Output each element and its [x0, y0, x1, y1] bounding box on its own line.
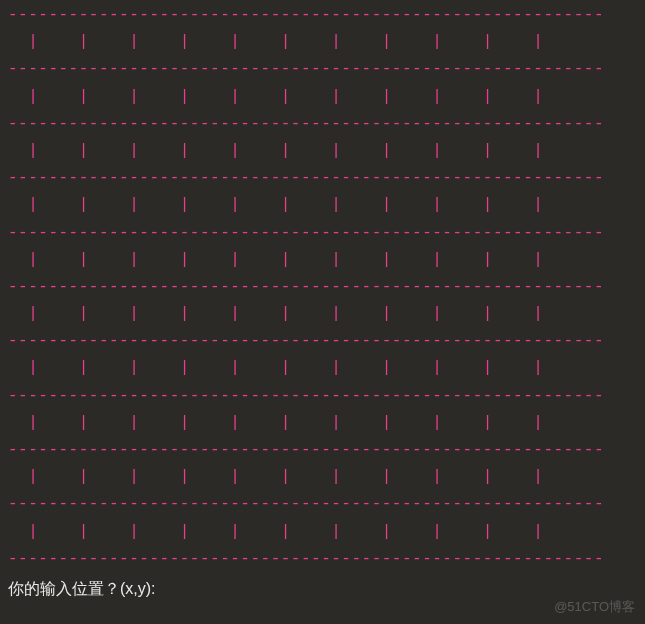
terminal-output: ----------------------------------------… [8, 2, 645, 573]
input-prompt[interactable]: 你的输入位置？(x,y): [8, 579, 156, 600]
watermark: @51CTO博客 [554, 598, 635, 616]
